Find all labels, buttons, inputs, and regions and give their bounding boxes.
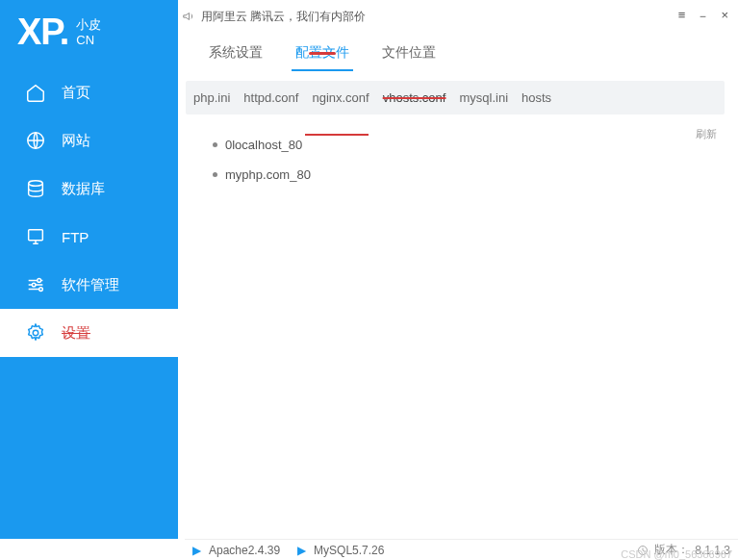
subtab-nginx-conf[interactable]: nginx.conf [312, 90, 369, 105]
refresh-button[interactable]: 刷新 [696, 127, 717, 141]
subtab-php-ini[interactable]: php.ini [193, 90, 230, 105]
watermark: CSDN @m0_56386967 [621, 548, 732, 560]
sidebar-item-label: 网站 [62, 132, 90, 150]
main-panel: 用阿里云 腾讯云，我们有内部价 ≡ － × 系统设置 配置文件 文件位置 php… [178, 0, 738, 560]
sliders-icon [25, 274, 46, 295]
sidebar-item-label: FTP [62, 229, 89, 245]
sidebar-item-home[interactable]: 首页 [0, 68, 178, 116]
sidebar-item-label: 首页 [62, 84, 90, 102]
tab-file-location[interactable]: 文件位置 [382, 44, 436, 71]
subtab-mysql-ini[interactable]: mysql.ini [459, 90, 508, 105]
subtab-hosts[interactable]: hosts [522, 90, 551, 105]
sidebar: XP. 小皮 CN 首页 网站 [0, 0, 178, 539]
announce-icon [182, 10, 195, 23]
main-tabs: 系统设置 配置文件 文件位置 [178, 33, 738, 71]
status-mysql[interactable]: ▶ MySQL5.7.26 [297, 544, 384, 557]
subtab-vhosts-conf[interactable]: vhosts.conf [383, 90, 446, 105]
bullet-icon [213, 142, 217, 147]
sidebar-item-settings[interactable]: 设置 [0, 309, 178, 357]
list-item[interactable]: myphp.com_80 [213, 160, 721, 190]
logo-sub: 小皮 CN [76, 17, 101, 48]
svg-point-4 [32, 283, 36, 287]
config-file-tabs: php.ini httpd.conf nginx.conf vhosts.con… [186, 81, 725, 115]
titlebar: 用阿里云 腾讯云，我们有内部价 ≡ － × [178, 0, 738, 33]
gear-icon [25, 322, 46, 344]
home-icon [25, 82, 46, 103]
sidebar-item-web[interactable]: 网站 [0, 116, 178, 165]
close-button[interactable]: × [721, 8, 728, 25]
sidebar-item-label: 软件管理 [62, 276, 119, 294]
svg-point-5 [39, 288, 43, 292]
minimize-button[interactable]: － [697, 8, 709, 25]
sidebar-item-database[interactable]: 数据库 [0, 165, 178, 213]
svg-point-6 [33, 330, 38, 336]
play-icon: ▶ [297, 544, 306, 557]
sidebar-item-label: 数据库 [62, 180, 105, 198]
sidebar-item-software[interactable]: 软件管理 [0, 261, 178, 309]
list-item[interactable]: 0localhost_80 [213, 130, 721, 160]
host-label: myphp.com_80 [225, 167, 311, 182]
ftp-icon [25, 226, 46, 247]
window-controls: ≡ － × [678, 8, 728, 25]
tab-config-files[interactable]: 配置文件 [295, 44, 349, 71]
tab-system-settings[interactable]: 系统设置 [209, 44, 263, 71]
sidebar-item-ftp[interactable]: FTP [0, 213, 178, 261]
subtab-httpd-conf[interactable]: httpd.conf [243, 90, 298, 105]
annotation-line [305, 134, 369, 136]
announce-text[interactable]: 用阿里云 腾讯云，我们有内部价 [201, 9, 366, 25]
bullet-icon [213, 172, 217, 177]
logo: XP. 小皮 CN [0, 0, 178, 68]
sidebar-item-label: 设置 [62, 324, 90, 343]
database-icon [25, 178, 46, 199]
menu-button[interactable]: ≡ [678, 8, 686, 25]
vhost-list: 0localhost_80 myphp.com_80 [178, 115, 738, 190]
svg-point-1 [29, 181, 43, 187]
sidebar-nav: 首页 网站 数据库 FTP [0, 68, 178, 357]
svg-rect-2 [29, 230, 43, 241]
status-apache[interactable]: ▶ Apache2.4.39 [192, 544, 280, 557]
globe-icon [25, 130, 46, 151]
svg-point-3 [38, 279, 41, 283]
logo-text: XP. [17, 12, 68, 53]
play-icon: ▶ [192, 544, 201, 557]
host-label: 0localhost_80 [225, 138, 302, 152]
